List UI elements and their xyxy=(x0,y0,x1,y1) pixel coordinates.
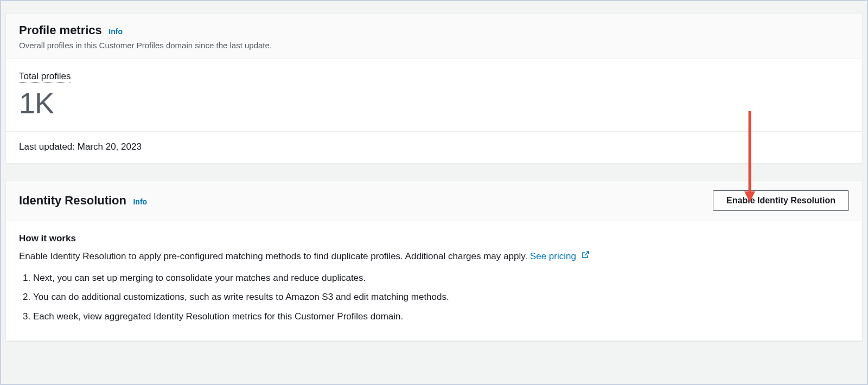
step-item: Next, you can set up merging to consolid… xyxy=(33,271,849,285)
profile-metrics-panel: Profile metrics Info Overall profiles in… xyxy=(5,13,863,164)
identity-resolution-header: Identity Resolution Info Enable Identity… xyxy=(6,181,862,221)
profile-metrics-info-link[interactable]: Info xyxy=(108,27,123,36)
step-item: Each week, view aggregated Identity Reso… xyxy=(33,310,849,324)
identity-resolution-title: Identity Resolution xyxy=(19,194,126,208)
profile-metrics-subtitle: Overall profiles in this Customer Profil… xyxy=(19,41,849,50)
page-container: Profile metrics Info Overall profiles in… xyxy=(3,13,865,341)
identity-resolution-description: Enable Identity Resolution to apply pre-… xyxy=(19,249,849,264)
see-pricing-link-text: See pricing xyxy=(530,251,576,261)
total-profiles-label: Total profiles xyxy=(19,71,71,83)
total-profiles-value: 1K xyxy=(19,87,849,119)
identity-resolution-description-text: Enable Identity Resolution to apply pre-… xyxy=(19,251,530,261)
enable-identity-resolution-button[interactable]: Enable Identity Resolution xyxy=(713,190,849,211)
how-it-works-heading: How it works xyxy=(19,233,849,244)
profile-metrics-footer: Last updated: March 20, 2023 xyxy=(6,131,862,163)
last-updated-text: Last updated: March 20, 2023 xyxy=(19,142,142,152)
profile-metrics-header: Profile metrics Info Overall profiles in… xyxy=(6,14,862,59)
profile-metrics-body: Total profiles 1K xyxy=(6,59,862,131)
identity-resolution-panel: Identity Resolution Info Enable Identity… xyxy=(5,180,863,341)
profile-metrics-title: Profile metrics xyxy=(19,23,102,37)
step-item: You can do additional customizations, su… xyxy=(33,290,849,304)
identity-resolution-steps: Next, you can set up merging to consolid… xyxy=(19,271,849,324)
see-pricing-link[interactable]: See pricing xyxy=(530,251,590,261)
identity-resolution-body: How it works Enable Identity Resolution … xyxy=(6,221,862,341)
identity-resolution-info-link[interactable]: Info xyxy=(133,197,147,206)
external-link-icon xyxy=(581,249,590,264)
